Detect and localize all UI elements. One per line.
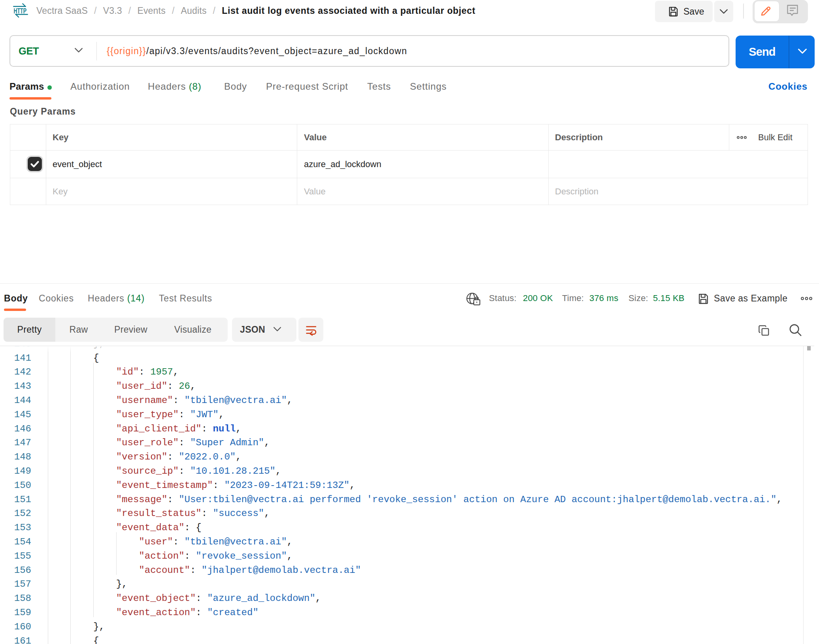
- svg-text:HTTP: HTTP: [14, 7, 27, 15]
